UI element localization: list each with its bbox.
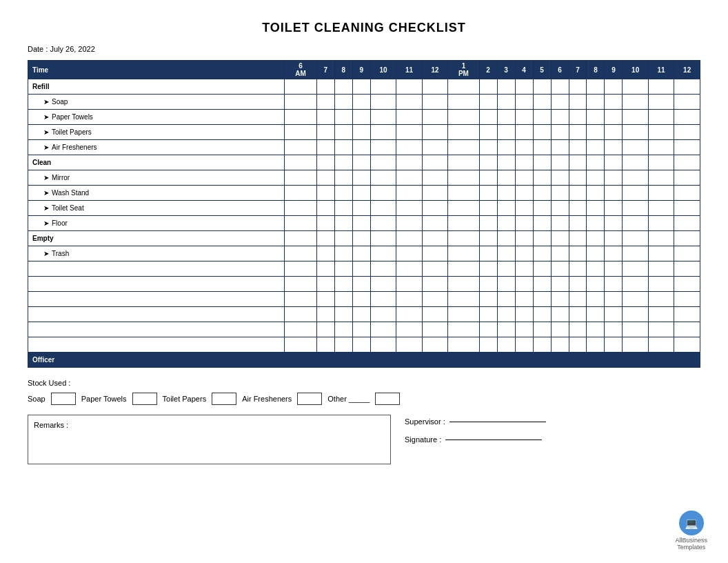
signature-underline <box>445 439 542 440</box>
paper-towels-input[interactable] <box>132 393 157 405</box>
remarks-box[interactable]: Remarks : <box>28 415 391 464</box>
section-refill: Refill <box>28 79 700 95</box>
row-toilet-seat: ➤Toilet Seat <box>28 201 700 216</box>
col-3: 3 <box>497 61 515 79</box>
officer-row: Officer <box>28 353 700 368</box>
soap-label: Soap <box>28 395 46 403</box>
toilet-papers-input[interactable] <box>212 393 236 405</box>
empty-row-1 <box>28 261 700 277</box>
other-label: Other _____ <box>327 395 370 403</box>
row-mirror: ➤Mirror <box>28 170 700 186</box>
time-header: Time <box>28 61 285 79</box>
col-8: 8 <box>334 61 352 79</box>
col-6am: 6AM <box>285 61 317 79</box>
paper-towels-label: Paper Towels <box>81 395 127 403</box>
empty-row-6 <box>28 337 700 353</box>
section-clean: Clean <box>28 155 700 170</box>
air-fresheners-label: Air Fresheners <box>242 395 292 403</box>
row-wash-stand: ➤Wash Stand <box>28 186 700 201</box>
col-7b: 7 <box>569 61 587 79</box>
row-paper-towels: ➤Paper Towels <box>28 110 700 125</box>
toilet-papers-label: Toilet Papers <box>163 395 207 403</box>
empty-row-2 <box>28 277 700 292</box>
row-air-fresheners: ➤Air Fresheners <box>28 140 700 155</box>
date-line: Date : July 26, 2022 <box>28 45 700 53</box>
empty-row-3 <box>28 292 700 307</box>
empty-row-4 <box>28 307 700 322</box>
signature-line: Signature : <box>405 435 546 444</box>
other-input[interactable] <box>375 393 400 405</box>
section-empty: Empty <box>28 231 700 246</box>
empty-row-5 <box>28 322 700 337</box>
col-2: 2 <box>479 61 497 79</box>
col-9: 9 <box>352 61 370 79</box>
col-9b: 9 <box>605 61 623 79</box>
air-fresheners-input[interactable] <box>297 393 322 405</box>
col-5: 5 <box>533 61 551 79</box>
col-11b: 11 <box>648 61 674 79</box>
checklist-table: Time 6AM 7 8 9 10 11 12 1PM 2 3 4 5 6 7 … <box>28 60 700 368</box>
stock-row: Soap Paper Towels Toilet Papers Air Fres… <box>28 393 700 405</box>
row-soap: ➤Soap <box>28 95 700 110</box>
col-7: 7 <box>316 61 334 79</box>
col-4: 4 <box>515 61 533 79</box>
col-6: 6 <box>551 61 569 79</box>
row-floor: ➤Floor <box>28 216 700 231</box>
supervisor-underline <box>449 422 546 422</box>
col-11: 11 <box>396 61 422 79</box>
remarks-label: Remarks : <box>34 421 68 429</box>
col-1pm: 1PM <box>448 61 479 79</box>
stock-used-label: Stock Used : <box>28 379 700 387</box>
col-10b: 10 <box>623 61 648 79</box>
soap-input[interactable] <box>51 393 76 405</box>
signature-label: Signature : <box>405 435 441 444</box>
col-12: 12 <box>422 61 447 79</box>
col-8b: 8 <box>587 61 605 79</box>
supervisor-signature-area: Supervisor : Signature : <box>405 415 546 464</box>
col-10: 10 <box>370 61 396 79</box>
supervisor-label: Supervisor : <box>405 417 445 426</box>
col-12b: 12 <box>674 61 700 79</box>
row-trash: ➤Trash <box>28 246 700 261</box>
supervisor-line: Supervisor : <box>405 417 546 426</box>
page-title: TOILET CLEANING CHECKLIST <box>28 21 700 35</box>
row-toilet-papers: ➤Toilet Papers <box>28 125 700 140</box>
